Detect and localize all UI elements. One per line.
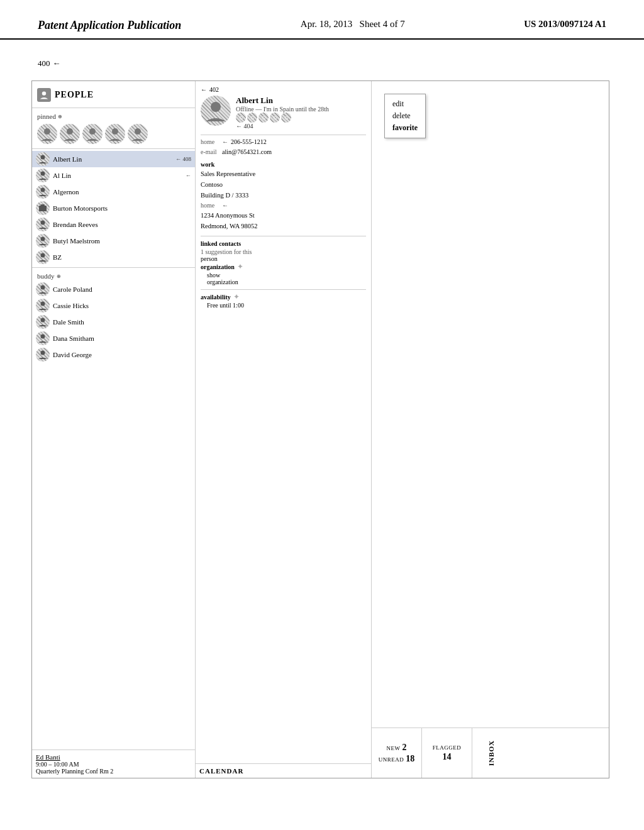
ed-banti-link[interactable]: Ed Banti (36, 753, 60, 761)
contact-name-butyl: Butyl Maelstrom (53, 237, 191, 245)
inbox-label: INBOX (472, 728, 510, 778)
contact-avatar-butyl (36, 234, 50, 248)
status-icon-1: ⊙ (236, 113, 246, 123)
contact-item-brendan[interactable]: Brendan Reeves (32, 216, 195, 233)
phone-label: home (201, 137, 219, 147)
contact-name-dana: Dana Smitham (53, 335, 191, 342)
contact-item-dale[interactable]: Dale Smith (32, 314, 195, 330)
work-title: Sales Representative (201, 169, 366, 180)
detail-name-status: Albert Lin Offline — I'm in Spain until … (236, 96, 366, 130)
contact-item-dana[interactable]: Dana Smitham (32, 330, 195, 346)
availability-row: availability ✦ (201, 292, 366, 302)
status-icon-3: ⊙ (258, 113, 269, 123)
pinned-section-label: pinned⊕ (32, 110, 195, 121)
pinned-avatar-5[interactable] (128, 124, 148, 144)
left-panel: PEOPLE pinned⊕ (32, 81, 196, 778)
people-header: PEOPLE (32, 84, 195, 106)
contact-name-dale: Dale Smith (53, 318, 191, 326)
calendar-label: CALENDAR (199, 767, 367, 775)
contact-al-arrow: ← (186, 172, 191, 179)
svg-point-3 (89, 128, 96, 135)
ref-404-label: ← 404 (236, 123, 366, 130)
contact-name-bz: BZ (53, 253, 191, 261)
bottom-new-unread: NEW 2 UNREAD 18 (372, 728, 422, 778)
contact-avatar-algernon (36, 185, 50, 199)
svg-point-0 (42, 91, 46, 95)
context-menu-delete[interactable]: delete (392, 110, 418, 122)
contact-item-david[interactable]: David George (32, 346, 195, 363)
unread-count: 18 (406, 754, 414, 764)
middle-panel: ← 402 Albert Lin Offline — I'm in Spain … (196, 81, 372, 778)
contact-detail-header: Albert Lin Offline — I'm in Spain until … (201, 96, 366, 130)
pinned-avatar-3[interactable] (82, 124, 103, 144)
contact-name-burton: Burton Motorsports (53, 204, 191, 212)
contact-item-cassie[interactable]: Cassie Hicks (32, 297, 195, 314)
contact-ref-408: ← 408 (175, 156, 191, 162)
contact-name-al: Al Lin (53, 172, 182, 179)
contact-item-bz[interactable]: BZ (32, 249, 195, 265)
context-menu-edit[interactable]: edit (392, 98, 418, 110)
person-label: person (201, 255, 366, 262)
diagram-container: PEOPLE pinned⊕ (31, 80, 609, 778)
contact-avatar-david (36, 348, 50, 362)
fig-400-label: 400 ← (38, 58, 61, 69)
pinned-avatar-2[interactable] (60, 124, 80, 144)
people-title: PEOPLE (55, 90, 94, 100)
bottom-flagged: FLAGGED 14 (422, 728, 472, 778)
organization-value: organization (201, 279, 366, 285)
bottom-stats-bar: NEW 2 UNREAD 18 FLAGGED 14 INBOX (372, 728, 609, 778)
contact-name-cassie: Cassie Hicks (53, 302, 191, 309)
contact-avatar-brendan (36, 218, 50, 231)
linked-contacts-section: linked contacts 1 suggestion for this pe… (201, 240, 366, 285)
home-addr-label: home (201, 201, 219, 211)
contact-name-algernon: Algernon (53, 188, 191, 196)
status-icon-5: ⊙ (281, 113, 291, 123)
svg-point-2 (67, 128, 73, 135)
svg-point-15 (41, 302, 45, 306)
pinned-avatar-4[interactable] (105, 124, 125, 144)
contact-avatar-al (36, 169, 50, 182)
patent-header: Patent Application Publication Apr. 18, … (0, 0, 644, 40)
phone-row: home ← 206-555-1212 (201, 137, 366, 147)
work-fields: Sales Representative Contoso Building D … (201, 169, 366, 232)
contact-name-brendan: Brendan Reeves (53, 221, 191, 228)
ref-402-number: 402 (209, 86, 219, 93)
pinned-row (32, 121, 195, 147)
home-address1: 1234 Anonymous St (201, 211, 366, 221)
contact-avatar-dale (36, 315, 50, 329)
flagged-label: FLAGGED (433, 744, 462, 751)
work-building: Building D / 3333 (201, 191, 366, 201)
contact-item-butyl[interactable]: Butyl Maelstrom (32, 233, 195, 249)
contact-item-al-lin[interactable]: Al Lin ← (32, 167, 195, 184)
calendar-bottom-section: Ed Banti 9:00 – 10:00 AM Quarterly Plann… (32, 750, 195, 778)
publication-date-sheet: Apr. 18, 2013 Sheet 4 of 7 (301, 19, 405, 30)
detail-status-text: Offline — I'm in Spain until the 28th (236, 106, 366, 113)
main-content: 400 ← FIG. 4 PEOPLE pinned⊕ (0, 46, 644, 813)
show-label: show (201, 272, 366, 279)
svg-point-8 (41, 188, 45, 192)
flagged-count: 14 (443, 752, 452, 762)
email-value: alin@7654321.com (222, 147, 272, 157)
contact-avatar-dana (36, 331, 50, 345)
status-icon-4: ⊙ (270, 113, 280, 123)
pub-date: Apr. 18, 2013 (301, 19, 353, 29)
contact-item-burton[interactable]: Burton Motorsports (32, 200, 195, 216)
contact-item-algernon[interactable]: Algernon (32, 184, 195, 200)
contact-name-david: David George (53, 351, 191, 358)
svg-point-4 (112, 128, 118, 135)
publication-title: Patent Application Publication (38, 19, 181, 32)
home-addr-arrow: ← (222, 201, 228, 211)
contact-avatar-cassie (36, 299, 50, 313)
svg-point-11 (41, 221, 45, 225)
context-menu-favorite[interactable]: favorite (392, 122, 418, 134)
pub-sheet: Sheet 4 of 7 (360, 19, 405, 29)
contact-item-carole[interactable]: Carole Poland (32, 281, 195, 297)
pinned-avatar-1[interactable] (37, 124, 57, 144)
unread-label: UNREAD (379, 756, 404, 763)
contact-item-albert-lin[interactable]: Albert Lin ← 408 (32, 151, 195, 167)
work-company: Contoso (201, 180, 366, 191)
contact-name-carole: Carole Poland (53, 285, 191, 293)
detail-avatar (201, 96, 231, 126)
svg-point-13 (41, 253, 45, 258)
svg-point-17 (41, 335, 45, 339)
